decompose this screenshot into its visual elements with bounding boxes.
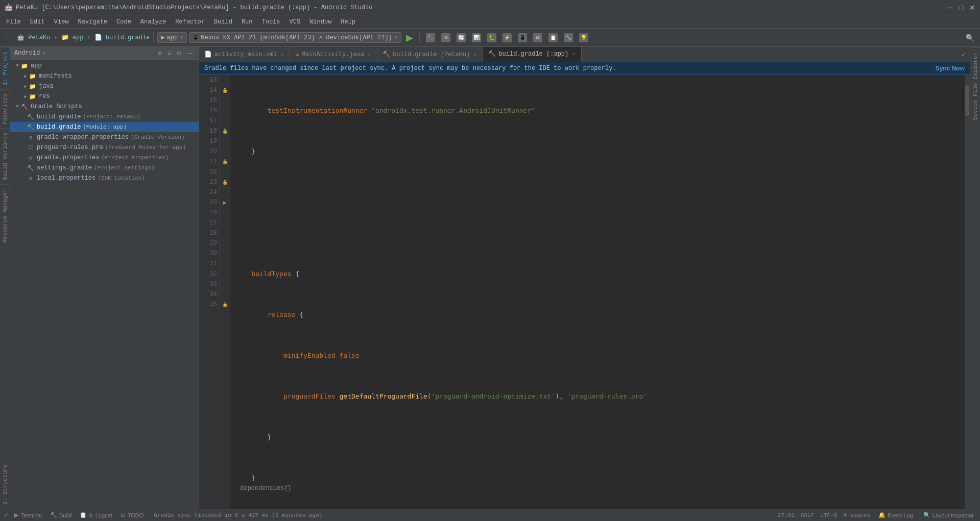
right-tab-device-file-explorer[interactable]: Device File Explorer: [971, 47, 980, 125]
toolbar-btn-10[interactable]: 🔧: [561, 32, 576, 44]
search-button[interactable]: 🔍: [963, 32, 977, 43]
menu-analyze[interactable]: Analyze: [136, 17, 170, 27]
tree-item-gradle-scripts[interactable]: ▼ 🔨 Gradle Scripts: [10, 102, 199, 112]
tree-item-proguard[interactable]: 🛡 proguard-rules.pro (ProGuard Rules for…: [10, 142, 199, 153]
layout-inspector-button[interactable]: 🔍 Layout Inspector: [921, 512, 976, 518]
gutter-icon-16: [220, 106, 230, 116]
panel-sync-btn[interactable]: ⊕: [156, 49, 164, 57]
left-vtab-favorites[interactable]: Favorites: [1, 89, 10, 128]
code-editor[interactable]: 13 14 🔒 15 16: [199, 75, 970, 509]
maximize-button[interactable]: □: [958, 4, 965, 11]
left-vtab-build-variants[interactable]: Build Variants: [1, 128, 10, 184]
todo-button[interactable]: ☑ TODO: [118, 512, 146, 518]
menu-help[interactable]: Help: [337, 17, 360, 27]
tree-item-res[interactable]: ▶ 📁 res: [10, 91, 199, 102]
sync-now-button[interactable]: Sync Now: [936, 65, 965, 72]
tab-close-activity-main[interactable]: ✕: [279, 51, 284, 58]
tree-item-gradle-wrapper[interactable]: ⚙ gradle-wrapper.properties (Gradle Vers…: [10, 132, 199, 142]
layout-inspector-label: Layout Inspector: [933, 512, 974, 518]
toolbar-btn-4[interactable]: 📊: [469, 32, 484, 44]
minimize-button[interactable]: ─: [946, 4, 953, 11]
project-panel-label: Android: [14, 49, 40, 57]
bottom-breadcrumb: dependencies{}: [230, 471, 296, 506]
tree-item-app[interactable]: ▼ 📁 app: [10, 61, 199, 71]
gutter-line-24: 24: [199, 187, 230, 197]
line-endings[interactable]: CRLF: [801, 512, 814, 518]
java-folder-icon: 📁: [29, 82, 37, 90]
menu-code[interactable]: Code: [112, 17, 135, 27]
line-number-17: 17: [199, 116, 220, 126]
panel-collapse-btn[interactable]: ≡: [166, 49, 173, 57]
toolbar-btn-3[interactable]: 🔄: [454, 32, 468, 44]
toolbar-btn-2[interactable]: ⚙: [439, 32, 453, 44]
menu-navigate[interactable]: Navigate: [74, 17, 111, 27]
line-number-19: 19: [199, 136, 220, 146]
tree-item-settings-gradle[interactable]: 🔨 settings.gradle (Project Settings): [10, 163, 199, 173]
tab-activity-main-xml[interactable]: 📄 activity_main.xml ✕: [199, 47, 290, 62]
tab-build-gradle-app[interactable]: 🔨 build.gradle (:app) ✕: [483, 47, 582, 62]
toolbar-btn-7[interactable]: 📱: [515, 32, 530, 44]
toolbar-btn-8[interactable]: 🖥: [531, 32, 545, 44]
toolbar-btn-1[interactable]: 🔨: [423, 32, 438, 44]
tree-item-build-gradle-app[interactable]: 🔨 build.gradle (Module: app): [10, 122, 199, 132]
tab-build-gradle-petaku[interactable]: 🔨 build.gradle (PetaKu) ✕: [377, 47, 483, 62]
tree-item-gradle-properties[interactable]: ⚙ gradle.properties (Project Properties): [10, 153, 199, 163]
close-button[interactable]: ✕: [969, 4, 976, 11]
title-bar-controls[interactable]: ─ □ ✕: [946, 4, 976, 11]
gutter-icon-13: [220, 75, 230, 85]
scrollbar-thumb[interactable]: [965, 85, 969, 116]
terminal-button[interactable]: ▶ Terminal: [12, 512, 44, 518]
tree-item-java[interactable]: ▶ 📁 java: [10, 81, 199, 91]
tree-item-manifests[interactable]: ▶ 📁 manifests: [10, 71, 199, 81]
tree-item-build-gradle-project[interactable]: 🔨 build.gradle (Project: PetaKu): [10, 112, 199, 122]
tab-close-mainactivity[interactable]: ✕: [367, 51, 372, 58]
toolbar-btn-6[interactable]: ⚡: [500, 32, 514, 44]
run-config-label: app: [167, 34, 178, 41]
panel-gear-btn[interactable]: ⚙: [175, 49, 183, 57]
status-checkmark-icon: ✓: [4, 511, 8, 519]
menu-view[interactable]: View: [50, 17, 73, 27]
panel-close-btn[interactable]: —: [185, 49, 195, 57]
todo-icon: ☑: [121, 512, 126, 518]
event-log-button[interactable]: 🔔 Event Log: [876, 512, 915, 518]
build-button[interactable]: 🔨 Build: [48, 512, 74, 518]
toolbar-btn-9[interactable]: 📋: [546, 32, 560, 44]
toolbar-btn-11[interactable]: 💡: [577, 32, 591, 44]
run-config-selector[interactable]: ▶ app ▾: [157, 32, 187, 43]
tab-close-build-gradle-petaku[interactable]: ✕: [472, 51, 477, 58]
left-vtab-project[interactable]: 1: Project: [1, 47, 10, 89]
breadcrumb-petaku[interactable]: 🤖 PetaKu: [17, 34, 50, 41]
left-vtab-structure[interactable]: 2: Structure: [1, 460, 10, 509]
tree-arrow-manifests: ▶: [22, 73, 29, 79]
code-line-13: testInstrumentationRunner "androidx.test…: [235, 106, 960, 116]
tab-mainactivity-java[interactable]: ☕ MainActivity.java ✕: [290, 47, 377, 62]
menu-build[interactable]: Build: [210, 17, 236, 27]
tree-item-local-properties[interactable]: ⚙ local.properties (SDK Location): [10, 173, 199, 183]
breadcrumb-app[interactable]: 📁 app: [61, 34, 84, 41]
device-selector[interactable]: 📱 Nexus 5X API 21 (minSdk(API 23) > devi…: [189, 32, 401, 43]
menu-window[interactable]: Window: [305, 17, 336, 27]
breadcrumb-buildgradle[interactable]: 📄 build.gradle: [94, 34, 150, 41]
menu-run[interactable]: Run: [237, 17, 257, 27]
menu-file[interactable]: File: [2, 17, 25, 27]
project-panel-dropdown-icon[interactable]: ▾: [42, 49, 45, 57]
menu-tools[interactable]: Tools: [258, 17, 284, 27]
menu-edit[interactable]: Edit: [26, 17, 49, 27]
gutter-icon-15: [220, 95, 230, 106]
charset[interactable]: UTF-8: [820, 512, 837, 518]
run-button[interactable]: ▶: [403, 31, 416, 45]
tab-close-build-gradle-app[interactable]: ✕: [571, 51, 576, 58]
code-content[interactable]: testInstrumentationRunner "androidx.test…: [230, 75, 965, 509]
menu-refactor[interactable]: Refactor: [171, 17, 209, 27]
left-vtab-resource-manager[interactable]: Resource Manager: [1, 184, 10, 247]
right-scrollbar[interactable]: [965, 75, 970, 509]
indent-size[interactable]: 4 spaces: [843, 512, 870, 518]
line-number-26: 26: [199, 208, 220, 218]
cursor-position[interactable]: 27:61: [778, 512, 795, 518]
back-button[interactable]: ←: [3, 32, 15, 43]
project-panel-title: Android ▾: [14, 49, 46, 57]
toolbar-btn-5[interactable]: 🐛: [485, 32, 499, 44]
logcat-button[interactable]: 📋 6: Logcat: [78, 512, 114, 518]
gutter-icon-25[interactable]: ▶: [220, 197, 230, 208]
menu-vcs[interactable]: VCS: [285, 17, 305, 27]
